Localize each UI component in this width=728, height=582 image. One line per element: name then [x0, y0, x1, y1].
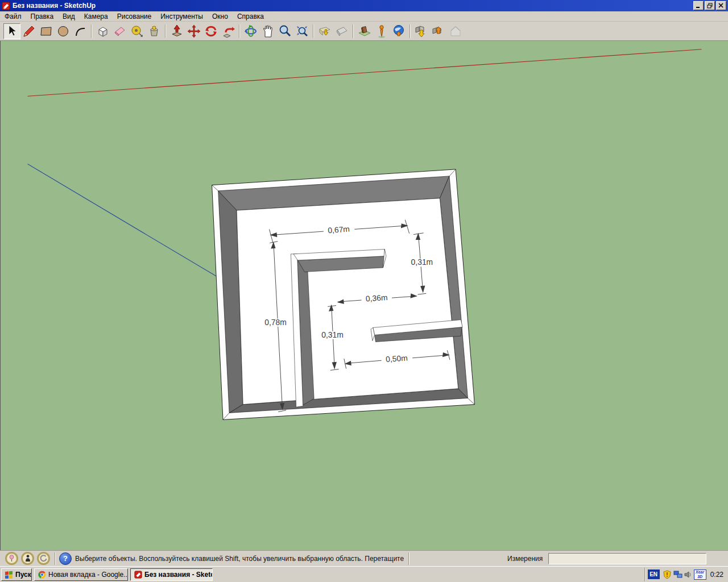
hand-icon — [261, 24, 275, 38]
language-indicator[interactable]: EN — [648, 569, 660, 579]
maze-model — [212, 169, 475, 420]
menu-bar: Файл Правка Вид Камера Рисование Инструм… — [0, 11, 728, 22]
rectangle-icon — [39, 24, 53, 38]
line-tool-button[interactable] — [20, 23, 38, 39]
ring-icon — [40, 555, 47, 562]
toolbar-separator — [91, 24, 92, 38]
orbit-icon — [244, 24, 258, 38]
close-button[interactable] — [716, 1, 726, 10]
menu-help[interactable]: Справка — [233, 11, 268, 22]
zoom-extents-button[interactable] — [293, 23, 311, 39]
toolbar-separator — [165, 24, 166, 38]
add-location-button[interactable] — [316, 23, 333, 39]
toolbar-separator — [239, 24, 240, 38]
get-models-button[interactable] — [413, 23, 430, 39]
toolbar-separator — [353, 24, 354, 38]
xear3d-icon[interactable]: Xear3D — [694, 569, 706, 580]
red-axis-line — [28, 49, 702, 96]
statusbar-separator — [55, 552, 56, 565]
share-component-button[interactable] — [447, 23, 464, 39]
system-tray: EN ! Xear3D 0:22 — [644, 568, 727, 581]
menu-draw[interactable]: Рисование — [113, 11, 156, 22]
svg-text:!: ! — [666, 571, 668, 577]
zoom-tool-button[interactable] — [276, 23, 293, 39]
geolocation-button[interactable] — [5, 552, 18, 565]
tape-measure-button[interactable] — [129, 23, 146, 39]
taskbar-task-sketchup[interactable]: Без названия - Sketc... — [130, 568, 213, 581]
blue-axis-line — [28, 164, 216, 276]
rotate-tool-button[interactable] — [202, 23, 220, 39]
rectangle-tool-button[interactable] — [38, 23, 55, 39]
move-tool-button[interactable] — [185, 23, 202, 39]
zoom-extents-icon — [295, 24, 309, 38]
status-bar: ? Выберите объекты. Воспользуйтесь клави… — [0, 550, 728, 566]
security-shield-icon[interactable]: ! — [663, 570, 672, 579]
house-icon — [449, 24, 462, 38]
arc-icon — [73, 24, 87, 38]
signin-button[interactable] — [37, 552, 50, 565]
push-pull-button[interactable] — [168, 23, 185, 39]
circle-icon — [56, 24, 70, 38]
paint-bucket-button[interactable] — [146, 23, 163, 39]
taskbar-task-chrome[interactable]: Новая вкладка - Google... — [34, 568, 128, 581]
cursor-icon — [5, 24, 19, 38]
sketchup-icon — [134, 571, 142, 579]
dim-label-right-drop: 0,31m — [411, 257, 433, 267]
menu-edit[interactable]: Правка — [26, 11, 59, 22]
taskbar-clock: 0:22 — [710, 571, 723, 579]
globe-icon — [392, 24, 406, 38]
dim-label-mid-drop: 0,31m — [321, 330, 344, 339]
make-component-button[interactable] — [94, 23, 111, 39]
claim-credit-button[interactable] — [21, 552, 34, 565]
magnifier-icon — [278, 24, 292, 38]
get-models-icon — [415, 24, 428, 38]
credit-person-icon — [25, 555, 31, 562]
chrome-icon — [38, 571, 46, 579]
statusbar-separator — [408, 552, 410, 565]
network-icon[interactable] — [673, 570, 682, 579]
start-button[interactable]: Пуск — [1, 568, 32, 581]
toolbar-separator — [410, 24, 411, 38]
rotate-icon — [204, 24, 218, 38]
dim-label-top-width: 0,67m — [328, 225, 350, 235]
pencil-icon — [22, 24, 36, 38]
model-canvas[interactable]: 0,67m 0,31m 0,36m 0,78m 0,31m 0,50m — [0, 41, 728, 550]
dim-label-mid-width: 0,36m — [365, 293, 388, 304]
share-models-button[interactable] — [430, 23, 447, 39]
restore-button[interactable] — [705, 1, 715, 10]
toolbar-separator — [313, 24, 314, 38]
menu-view[interactable]: Вид — [58, 11, 80, 22]
circle-tool-button[interactable] — [55, 23, 72, 39]
photo-textures-button[interactable] — [356, 23, 373, 39]
position-camera-button[interactable] — [373, 23, 390, 39]
minimize-button[interactable] — [693, 1, 704, 10]
speaker-icon[interactable] — [684, 571, 692, 579]
google-earth-button[interactable] — [390, 23, 407, 39]
arc-tool-button[interactable] — [72, 23, 89, 39]
measurements-input[interactable] — [548, 553, 706, 564]
push-pull-icon — [170, 24, 184, 38]
sketchup-logo-icon — [2, 2, 10, 10]
eraser-icon — [113, 24, 127, 38]
eraser-tool-button[interactable] — [111, 23, 129, 39]
geolocation-icon — [9, 555, 15, 562]
menu-tools[interactable]: Инструменты — [156, 11, 208, 22]
menu-file[interactable]: Файл — [0, 11, 26, 22]
orbit-tool-button[interactable] — [242, 23, 259, 39]
menu-window[interactable]: Окно — [208, 11, 233, 22]
dim-label-left-height: 0,78m — [264, 318, 287, 327]
window-title: Без названия - SketchUp — [13, 2, 692, 10]
box-icon — [96, 24, 110, 38]
follow-me-button[interactable] — [220, 23, 237, 39]
move-icon — [187, 24, 201, 38]
measurements-label: Измерения — [507, 555, 543, 563]
follow-me-icon — [221, 24, 235, 38]
select-tool-button[interactable] — [3, 23, 20, 39]
toggle-terrain-button[interactable] — [333, 23, 350, 39]
help-button[interactable]: ? — [59, 552, 72, 565]
pan-tool-button[interactable] — [259, 23, 276, 39]
menu-camera[interactable]: Камера — [80, 11, 113, 22]
paint-bucket-icon — [147, 24, 161, 38]
tape-measure-icon — [130, 24, 144, 38]
title-bar[interactable]: Без названия - SketchUp — [0, 0, 728, 11]
